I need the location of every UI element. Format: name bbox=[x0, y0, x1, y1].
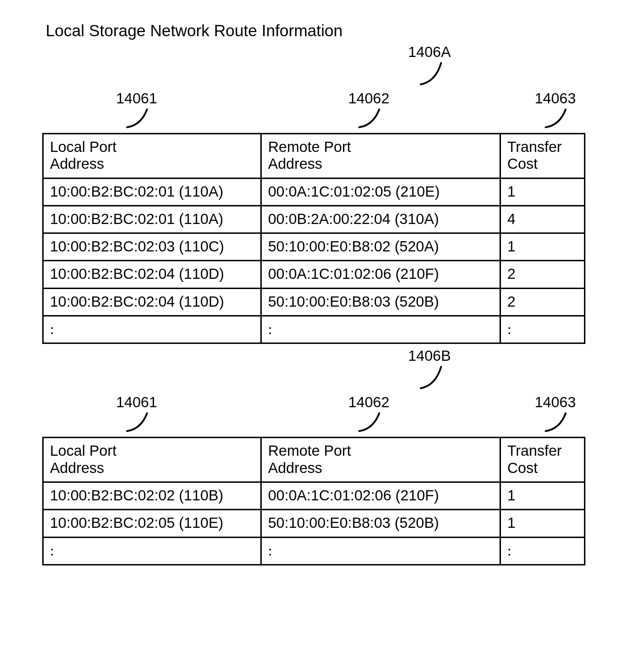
col-header-transfer-cost: TransferCost bbox=[500, 134, 585, 178]
callout-hook-icon bbox=[353, 108, 385, 129]
cell-transfer-cost: 1 bbox=[500, 233, 585, 261]
ellipsis-cell: : bbox=[261, 537, 500, 565]
table-row: 10:00:B2:BC:02:02 (110B) 00:0A:1C:01:02:… bbox=[43, 482, 585, 510]
callout-hook-icon bbox=[414, 61, 445, 86]
table-header-row: Local PortAddress Remote PortAddress Tra… bbox=[43, 437, 585, 482]
table-callout-1406a: 1406A bbox=[408, 44, 451, 86]
ellipsis-cell: : bbox=[261, 316, 500, 343]
callout-hook-icon bbox=[353, 411, 385, 433]
cell-remote-port: 00:0A:1C:01:02:05 (210E) bbox=[261, 178, 500, 206]
callout-hook-icon bbox=[539, 411, 571, 433]
callout-label: 14063 bbox=[535, 394, 576, 410]
column-callouts-b: 14061 14062 14063 bbox=[42, 397, 587, 435]
col-callout-14061: 14061 bbox=[116, 90, 157, 129]
cell-remote-port: 50:10:00:E0:B8:02 (520A) bbox=[261, 233, 500, 261]
col-header-local-port: Local PortAddress bbox=[43, 437, 261, 482]
cell-local-port: 10:00:B2:BC:02:02 (110B) bbox=[43, 482, 261, 510]
cell-remote-port: 00:0B:2A:00:22:04 (310A) bbox=[261, 206, 500, 233]
cell-local-port: 10:00:B2:BC:02:03 (110C) bbox=[43, 233, 261, 261]
table-row: 10:00:B2:BC:02:04 (110D) 50:10:00:E0:B8:… bbox=[43, 288, 585, 316]
cell-remote-port: 00:0A:1C:01:02:06 (210F) bbox=[261, 261, 500, 288]
table-callout-1406b: 1406B bbox=[408, 347, 451, 390]
callout-hook-icon bbox=[414, 365, 445, 390]
cell-transfer-cost: 2 bbox=[500, 288, 585, 316]
ellipsis-cell: : bbox=[43, 316, 261, 343]
table-header-row: Local PortAddress Remote PortAddress Tra… bbox=[43, 134, 585, 178]
ellipsis-cell: : bbox=[500, 316, 585, 343]
cell-remote-port: 50:10:00:E0:B8:03 (520B) bbox=[261, 510, 500, 537]
route-table-block-a: 1406A 14061 14062 14063 bbox=[42, 93, 587, 344]
col-header-remote-port: Remote PortAddress bbox=[261, 437, 500, 482]
cell-local-port: 10:00:B2:BC:02:04 (110D) bbox=[43, 261, 261, 288]
callout-label: 1406A bbox=[408, 44, 451, 60]
col-callout-14062: 14062 bbox=[348, 90, 389, 129]
route-table-block-b: 1406B 14061 14062 14063 bbox=[42, 397, 587, 565]
col-callout-14063: 14063 bbox=[535, 394, 576, 433]
cell-local-port: 10:00:B2:BC:02:01 (110A) bbox=[43, 206, 261, 233]
cell-local-port: 10:00:B2:BC:02:04 (110D) bbox=[43, 288, 261, 316]
col-callout-14062: 14062 bbox=[348, 394, 389, 433]
cell-remote-port: 50:10:00:E0:B8:03 (520B) bbox=[261, 288, 500, 316]
callout-label: 14062 bbox=[348, 90, 389, 107]
route-table-b: Local PortAddress Remote PortAddress Tra… bbox=[42, 437, 585, 565]
cell-transfer-cost: 2 bbox=[500, 261, 585, 288]
table-row: 10:00:B2:BC:02:05 (110E) 50:10:00:E0:B8:… bbox=[43, 510, 585, 537]
cell-local-port: 10:00:B2:BC:02:05 (110E) bbox=[43, 510, 261, 537]
column-callouts-a: 14061 14062 14063 bbox=[42, 93, 587, 132]
col-header-remote-port: Remote PortAddress bbox=[261, 134, 500, 178]
callout-label: 14063 bbox=[535, 90, 576, 107]
table-row-ellipsis: : : : bbox=[43, 537, 585, 565]
callout-hook-icon bbox=[121, 411, 152, 433]
callout-label: 14061 bbox=[116, 394, 157, 410]
ellipsis-cell: : bbox=[500, 537, 585, 565]
callout-hook-icon bbox=[539, 108, 571, 129]
col-header-transfer-cost: TransferCost bbox=[500, 437, 585, 482]
route-table-a: Local PortAddress Remote PortAddress Tra… bbox=[42, 133, 585, 344]
col-header-local-port: Local PortAddress bbox=[43, 134, 261, 178]
page: Local Storage Network Route Information … bbox=[0, 0, 629, 636]
page-title: Local Storage Network Route Information bbox=[46, 21, 587, 40]
table-row-ellipsis: : : : bbox=[43, 316, 585, 343]
cell-transfer-cost: 4 bbox=[500, 206, 585, 233]
cell-transfer-cost: 1 bbox=[500, 178, 585, 206]
ellipsis-cell: : bbox=[43, 537, 261, 565]
cell-remote-port: 00:0A:1C:01:02:06 (210F) bbox=[261, 482, 500, 510]
col-callout-14063: 14063 bbox=[535, 90, 576, 129]
table-row: 10:00:B2:BC:02:01 (110A) 00:0A:1C:01:02:… bbox=[43, 178, 585, 206]
callout-label: 14061 bbox=[116, 90, 157, 107]
table-row: 10:00:B2:BC:02:03 (110C) 50:10:00:E0:B8:… bbox=[43, 233, 585, 261]
callout-hook-icon bbox=[121, 108, 152, 129]
cell-local-port: 10:00:B2:BC:02:01 (110A) bbox=[43, 178, 261, 206]
col-callout-14061: 14061 bbox=[116, 394, 157, 433]
cell-transfer-cost: 1 bbox=[500, 482, 585, 510]
table-row: 10:00:B2:BC:02:01 (110A) 00:0B:2A:00:22:… bbox=[43, 206, 585, 233]
callout-label: 14062 bbox=[348, 394, 389, 410]
cell-transfer-cost: 1 bbox=[500, 510, 585, 537]
table-row: 10:00:B2:BC:02:04 (110D) 00:0A:1C:01:02:… bbox=[43, 261, 585, 288]
callout-label: 1406B bbox=[408, 347, 451, 364]
